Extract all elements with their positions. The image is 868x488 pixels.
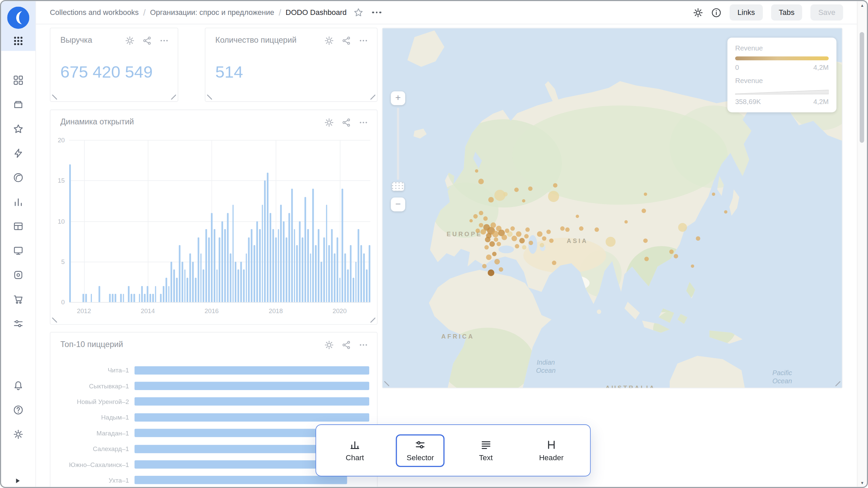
dynamics-bars	[69, 140, 370, 302]
scrollbar-thumb[interactable]	[860, 32, 864, 143]
breadcrumb-item[interactable]: Организации: спрос и предложение	[150, 8, 274, 16]
add-text-button[interactable]: Text	[461, 434, 510, 467]
top10-row: Надым–1	[60, 409, 369, 425]
dynamics-bar	[184, 270, 186, 302]
dynamics-bar	[355, 262, 357, 302]
map-point	[560, 226, 565, 231]
sidebar-nav	[1, 75, 35, 329]
favorites-star-icon[interactable]	[13, 124, 23, 134]
resize-handle[interactable]	[52, 95, 57, 100]
widget-gear-icon[interactable]	[324, 340, 334, 350]
more-icon[interactable]	[372, 12, 381, 14]
links-button[interactable]: Links	[730, 4, 763, 20]
top10-row: Сыктывкар–1	[60, 378, 369, 394]
widget-revenue[interactable]: Выручка 675 420 549	[50, 28, 178, 102]
top10-row: Чита–1	[60, 362, 369, 378]
connections-bolt-icon[interactable]	[13, 148, 23, 158]
dynamics-bar	[163, 286, 164, 302]
map-point	[485, 245, 489, 249]
dashboards-icon[interactable]	[13, 75, 23, 85]
dynamics-bar	[288, 213, 290, 302]
top10-category-label: Ухта–1	[60, 477, 135, 484]
monitoring-icon[interactable]	[13, 246, 23, 256]
dynamics-bar	[85, 294, 87, 302]
resize-handle[interactable]	[835, 381, 841, 386]
map-point	[669, 249, 674, 254]
help-icon[interactable]	[13, 405, 23, 415]
widget-share-icon[interactable]	[341, 36, 351, 45]
map-point	[548, 191, 559, 202]
legend-gradient-title: Revenue	[735, 44, 829, 52]
save-button[interactable]: Save	[811, 4, 843, 20]
add-text-label: Text	[479, 453, 493, 462]
add-selector-button[interactable]: Selector	[396, 434, 445, 467]
dynamics-bar	[176, 278, 178, 302]
charts-icon[interactable]	[13, 197, 23, 207]
widget-title: Динамика открытий	[60, 117, 134, 126]
widget-gear-icon[interactable]	[324, 118, 334, 127]
apps-grid-icon[interactable]	[13, 36, 23, 46]
storage-icon[interactable]	[13, 270, 23, 280]
widget-openings-dynamics[interactable]: Динамика открытий	[50, 109, 378, 325]
widget-share-icon[interactable]	[341, 340, 351, 350]
settings-sliders-icon[interactable]	[13, 319, 23, 328]
breadcrumb-item[interactable]: Collections and workbooks	[50, 8, 139, 16]
dynamics-bar	[272, 229, 274, 302]
sidebar-header	[1, 1, 35, 51]
tables-icon[interactable]	[13, 221, 23, 231]
widget-share-icon[interactable]	[341, 118, 351, 127]
widget-share-icon[interactable]	[142, 36, 152, 45]
dynamics-bar	[259, 229, 261, 302]
datalens-service-icon[interactable]	[13, 172, 23, 182]
dynamics-bar	[270, 213, 271, 302]
zoom-in-button[interactable]: +	[391, 91, 405, 105]
dynamics-bar	[171, 262, 173, 302]
preferences-gear-icon[interactable]	[13, 429, 23, 439]
collections-icon[interactable]	[13, 100, 23, 109]
notifications-bell-icon[interactable]	[13, 381, 23, 390]
resize-handle[interactable]	[370, 95, 375, 100]
info-icon[interactable]	[711, 7, 721, 17]
resize-handle[interactable]	[384, 381, 389, 386]
dynamics-bar	[221, 221, 223, 302]
breadcrumb-item[interactable]: DODO Dashboard	[285, 8, 347, 16]
dynamics-bar	[197, 237, 199, 302]
scroll-down-icon[interactable]: ▼	[857, 481, 867, 485]
settings-gear-icon[interactable]	[693, 7, 703, 17]
vertical-scrollbar[interactable]: ▲ ▼	[857, 1, 867, 487]
map-point	[469, 219, 473, 223]
dynamics-bar	[245, 253, 247, 302]
resize-handle[interactable]	[370, 318, 375, 323]
sidebar-collapse-icon[interactable]	[14, 476, 21, 483]
widget-more-icon[interactable]	[359, 36, 368, 45]
resize-handle[interactable]	[52, 318, 57, 323]
map-point	[540, 243, 544, 247]
widget-more-icon[interactable]	[359, 340, 368, 350]
widget-more-icon[interactable]	[159, 36, 169, 45]
scroll-up-icon[interactable]: ▲	[857, 3, 867, 7]
resize-handle[interactable]	[171, 95, 176, 100]
resize-handle[interactable]	[207, 95, 212, 100]
map-point	[492, 252, 496, 256]
dynamics-bar	[216, 270, 218, 302]
tabs-button[interactable]: Tabs	[771, 4, 802, 20]
widget-gear-icon[interactable]	[324, 36, 334, 45]
widget-map[interactable]: EUROPEASIAAFRICAAUSTRALIAIndian OceanPac…	[382, 28, 843, 388]
selector-sliders-icon	[415, 439, 426, 450]
map-point	[643, 239, 648, 243]
add-header-button[interactable]: Header	[527, 434, 576, 467]
widget-pizzeria-count[interactable]: Количество пиццерий 514	[205, 28, 377, 102]
datalens-logo-icon[interactable]	[7, 7, 29, 29]
marketplace-cart-icon[interactable]	[13, 294, 23, 304]
favorite-star-icon[interactable]	[354, 8, 363, 17]
dynamics-bar	[353, 278, 354, 302]
dynamics-bar	[109, 294, 111, 302]
widget-gear-icon[interactable]	[125, 36, 135, 45]
zoom-out-button[interactable]: −	[391, 198, 405, 211]
add-chart-button[interactable]: Chart	[331, 434, 379, 467]
map-point	[529, 241, 533, 245]
zoom-slider-grip-icon[interactable]	[392, 182, 404, 191]
dynamics-bar	[339, 278, 341, 302]
widget-more-icon[interactable]	[359, 118, 368, 127]
zoom-slider-track[interactable]	[397, 108, 399, 180]
